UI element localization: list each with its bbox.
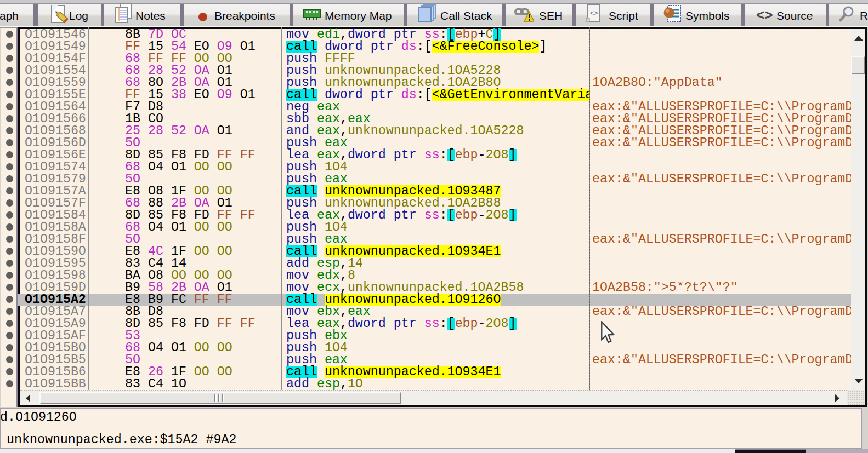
svg-text:<>: <>	[756, 9, 773, 22]
svg-text:<>: <>	[590, 10, 598, 18]
